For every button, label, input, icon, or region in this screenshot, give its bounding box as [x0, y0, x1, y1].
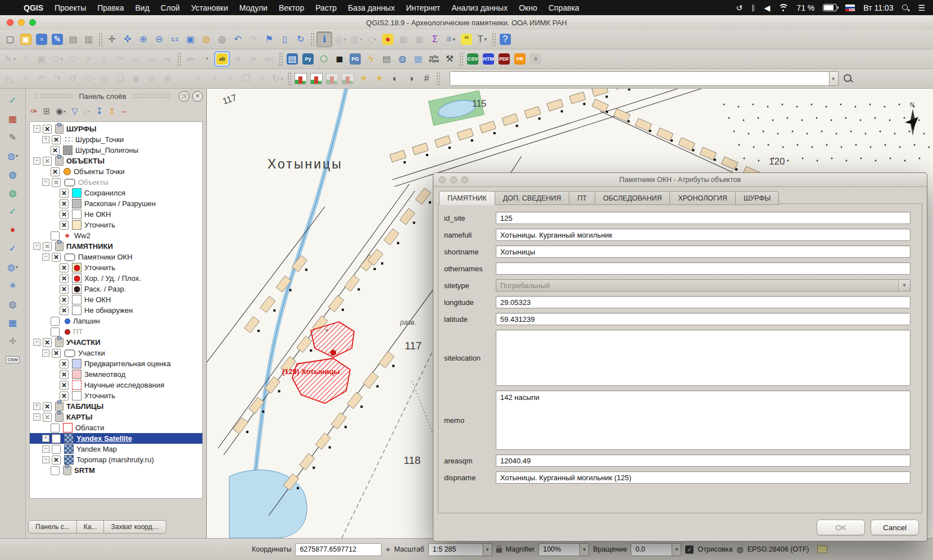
layer-tree-row[interactable]: −✕Объекты [30, 177, 202, 188]
run-feature-action-icon[interactable]: ● [381, 32, 395, 47]
text-annotation-icon[interactable]: T▾ [475, 32, 490, 47]
expand-toggle-icon[interactable]: + [42, 136, 49, 143]
filter-legend-icon[interactable]: ▽ [71, 106, 78, 116]
layer-label[interactable]: Лапшин [73, 317, 100, 325]
export-csv-icon[interactable]: CSV [465, 52, 480, 66]
layer-tree-row[interactable]: ✕Уточнить [30, 262, 202, 273]
layer-tree-row[interactable]: +✕Шурфы_Точки [30, 134, 202, 145]
field-areasqm-input[interactable]: 12040.49 [496, 454, 911, 467]
expand-toggle-icon[interactable]: + [33, 403, 40, 410]
layer-visibility-checkbox[interactable]: ✕ [60, 285, 69, 294]
toolbar-handle[interactable] [459, 52, 463, 66]
expand-toggle-icon[interactable]: − [42, 179, 49, 186]
menu-item-5[interactable]: Установки [185, 3, 234, 12]
scale-combo[interactable]: 1:5 285 [428, 543, 483, 556]
layer-label[interactable]: УЧАСТКИ [66, 338, 101, 347]
pan-to-selection-icon[interactable]: ✜ [120, 32, 135, 47]
layer-label[interactable]: Topomap (marshruty.ru) [76, 456, 154, 464]
undock-panel-button[interactable]: ◳ [179, 91, 189, 102]
layer-label[interactable]: Землеотвод [84, 370, 125, 379]
layer-visibility-checkbox[interactable]: ✕ [52, 253, 61, 262]
dock-plus-icon[interactable]: ✛ [4, 334, 21, 348]
mouse-extents-icon[interactable]: ⌖ [386, 545, 390, 554]
volume-icon[interactable]: ◀ [764, 3, 771, 12]
add-delimited-layer-icon[interactable]: ▦ [411, 52, 425, 66]
rotate-point-symbols-icon-dropdown[interactable]: ▾ [280, 76, 283, 81]
layer-tree-row[interactable]: −✕ПАМЯТНИКИ [30, 241, 202, 252]
dock-v-blue-icon[interactable]: ✓ [4, 242, 21, 255]
open-project-icon[interactable]: ▣ [19, 32, 33, 47]
panel-tab-1[interactable]: Ка... [76, 520, 105, 534]
layer-label[interactable]: Области [75, 424, 105, 432]
menu-item-13[interactable]: Справка [543, 3, 585, 12]
local-cumulative-stretch-icon[interactable] [325, 71, 339, 86]
refresh-map-icon[interactable]: ↻ [293, 32, 308, 47]
time-machine-icon[interactable]: ↺ [736, 3, 742, 12]
field-latitude-input[interactable]: 59.431239 [496, 313, 911, 325]
layer-visibility-checkbox[interactable]: ✕ [52, 178, 61, 187]
layer-tree-row[interactable]: SRTM [30, 465, 202, 476]
select-features-icon-dropdown[interactable]: ▾ [360, 37, 363, 42]
menu-item-6[interactable]: Модули [234, 3, 273, 12]
python-console-icon[interactable]: Py [301, 52, 315, 66]
decrease-contrast-icon[interactable]: ◑ [404, 71, 418, 86]
menu-item-8[interactable]: Растр [310, 3, 342, 12]
full-cumulative-stretch-icon[interactable] [341, 71, 355, 86]
layer-label[interactable]: Памятники ОКН [78, 253, 133, 261]
layer-label[interactable]: Сохранился [84, 189, 125, 197]
statistical-summary-icon[interactable]: Σ [428, 32, 442, 47]
layer-visibility-checkbox[interactable]: ✕ [60, 210, 69, 219]
dock-web-icon[interactable]: ◍ [4, 167, 21, 181]
render-checkbox[interactable]: ✓ [685, 545, 694, 554]
collapse-all-icon[interactable]: ↥ [108, 106, 116, 116]
expand-toggle-icon[interactable]: − [33, 125, 40, 133]
layer-visibility-checkbox[interactable]: ✕ [52, 456, 61, 465]
menu-item-2[interactable]: Правка [92, 3, 129, 12]
label-abc-icon[interactable]: abc [183, 52, 198, 66]
menu-item-4[interactable]: Слой [155, 3, 185, 12]
increase-contrast-icon[interactable]: ◐ [388, 71, 402, 86]
crs-grid-icon[interactable]: # [419, 71, 434, 86]
toggle-editing-icon-dropdown[interactable]: ▾ [13, 56, 16, 62]
menu-item-1[interactable]: Проекты [49, 3, 92, 12]
scale-lock-icon[interactable] [496, 548, 502, 553]
remove-layer-icon[interactable]: − [121, 107, 126, 116]
layer-label[interactable]: Yandex Satellite [76, 434, 132, 443]
reshape-features-icon[interactable]: ⌒ [176, 71, 191, 86]
save-project-icon[interactable]: ▫ [34, 32, 49, 47]
dock-pencil-icon[interactable]: ✎ [4, 130, 21, 144]
layer-tree-row[interactable]: Области [30, 422, 202, 433]
menu-item-12[interactable]: Окно [513, 3, 543, 12]
search-icon[interactable] [843, 74, 853, 84]
layer-tree-row[interactable]: ✕Шурфы_Полигоны [30, 145, 202, 156]
layer-visibility-checkbox[interactable]: ✕ [60, 359, 69, 368]
dock-table-icon[interactable]: ▦ [4, 316, 21, 329]
save-project-as-icon[interactable]: ✎ [50, 32, 65, 47]
field-id_site-input[interactable]: 125 [496, 212, 911, 224]
expand-toggle-icon[interactable]: − [33, 243, 40, 250]
layer-tree-row[interactable]: ✕Уточнить [30, 220, 202, 230]
layer-label[interactable]: Уточнить [84, 221, 115, 229]
zoom-out-icon[interactable]: ⊖ [152, 32, 166, 47]
layer-tree-row[interactable]: Лапшин [30, 316, 202, 326]
select-by-expression-icon-dropdown[interactable]: ▾ [344, 37, 347, 42]
layer-label[interactable]: Шурфы_Точки [75, 135, 124, 144]
expand-toggle-icon[interactable]: − [42, 349, 49, 357]
dialog-tab-4[interactable]: ХРОНОЛОГИЯ [669, 191, 735, 205]
decrease-brightness-icon[interactable]: ☀ [372, 71, 387, 86]
processing-toolbox-icon[interactable]: ⚒ [442, 52, 457, 66]
layer-label[interactable]: Объекты [78, 178, 108, 186]
layer-label[interactable]: Не ОКН [84, 210, 111, 218]
rotation-spin[interactable]: 0,0 [631, 543, 672, 556]
menubar-clock[interactable]: Вт 11:03 [863, 3, 893, 12]
script-tool-icon[interactable]: ◼ [332, 52, 347, 66]
messages-icon[interactable] [817, 545, 827, 553]
layer-tree-row[interactable]: ✕Хор. / Уд. / Плох. [30, 273, 202, 284]
dock-grid-icon[interactable]: ▦ [4, 112, 21, 125]
layer-visibility-checkbox[interactable]: ✕ [51, 167, 60, 176]
dialog-tab-0[interactable]: ПАМЯТНИК [439, 191, 495, 205]
zero-badge-icon[interactable]: 0 [528, 52, 543, 66]
undo-icon[interactable]: ↶ [34, 71, 49, 86]
dock-globe-green-icon[interactable]: ◍ [4, 186, 21, 199]
web-globe-icon[interactable]: ◍ [395, 52, 410, 66]
